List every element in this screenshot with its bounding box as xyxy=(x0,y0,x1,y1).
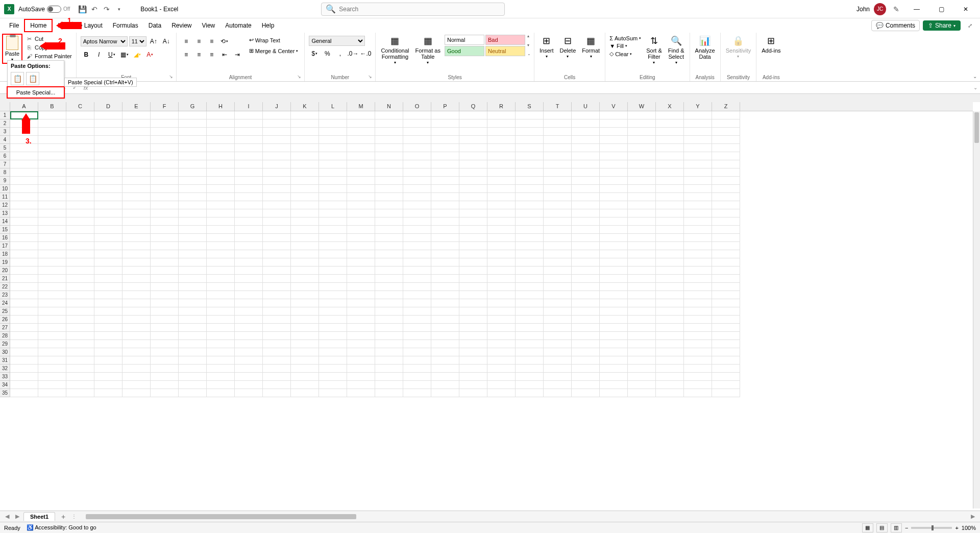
cell[interactable] xyxy=(291,340,319,348)
cell[interactable] xyxy=(600,185,628,193)
cell[interactable] xyxy=(403,144,431,152)
save-icon[interactable]: 💾 xyxy=(76,3,88,15)
cell[interactable] xyxy=(94,258,122,266)
tab-view[interactable]: View xyxy=(197,20,220,31)
cell[interactable] xyxy=(291,160,319,168)
cell[interactable] xyxy=(431,283,459,291)
cell[interactable] xyxy=(487,307,516,316)
cell[interactable] xyxy=(10,234,38,242)
cell[interactable] xyxy=(459,177,487,185)
cell[interactable] xyxy=(600,168,628,177)
cell[interactable] xyxy=(403,332,431,340)
cell-styles-gallery[interactable]: Normal Bad Good Neutral xyxy=(444,34,526,57)
format-as-table-button[interactable]: ▦Format as Table▾ xyxy=(412,34,444,66)
cell[interactable] xyxy=(319,332,347,340)
cell[interactable] xyxy=(263,250,291,258)
cell[interactable] xyxy=(656,381,684,389)
cell[interactable] xyxy=(122,234,151,242)
cell[interactable] xyxy=(179,365,207,373)
cell[interactable] xyxy=(375,128,403,136)
cell[interactable] xyxy=(628,217,656,226)
cell[interactable] xyxy=(319,258,347,266)
cell[interactable] xyxy=(38,217,66,226)
row-header-17[interactable]: 17 xyxy=(0,242,10,250)
cell[interactable] xyxy=(431,128,459,136)
cell[interactable] xyxy=(235,185,263,193)
cell[interactable] xyxy=(712,144,740,152)
cell[interactable] xyxy=(319,348,347,356)
cell[interactable] xyxy=(122,266,151,275)
row-header-19[interactable]: 19 xyxy=(0,258,10,266)
cell[interactable] xyxy=(375,119,403,128)
redo-icon[interactable]: ↷ xyxy=(101,3,113,15)
cell[interactable] xyxy=(94,365,122,373)
cell[interactable] xyxy=(207,266,235,275)
cell[interactable] xyxy=(38,209,66,217)
cell[interactable] xyxy=(347,193,375,201)
row-header-23[interactable]: 23 xyxy=(0,291,10,299)
cell[interactable] xyxy=(66,291,94,299)
cell[interactable] xyxy=(684,258,712,266)
cell[interactable] xyxy=(572,111,600,119)
cell[interactable] xyxy=(291,128,319,136)
cell[interactable] xyxy=(656,144,684,152)
cell[interactable] xyxy=(319,373,347,381)
align-left-icon[interactable]: ≡ xyxy=(181,49,192,60)
column-header-M[interactable]: M xyxy=(347,102,375,111)
cell[interactable] xyxy=(403,160,431,168)
cell[interactable] xyxy=(684,250,712,258)
cell[interactable] xyxy=(572,242,600,250)
cell[interactable] xyxy=(179,332,207,340)
cell[interactable] xyxy=(544,177,572,185)
cell[interactable] xyxy=(656,168,684,177)
cell[interactable] xyxy=(712,177,740,185)
cell[interactable] xyxy=(179,324,207,332)
cell[interactable] xyxy=(403,348,431,356)
cell[interactable] xyxy=(600,381,628,389)
cell[interactable] xyxy=(712,250,740,258)
cell[interactable] xyxy=(122,144,151,152)
cell[interactable] xyxy=(516,234,544,242)
cell[interactable] xyxy=(544,111,572,119)
cell[interactable] xyxy=(151,356,179,365)
maximize-button[interactable]: ▢ xyxy=(931,2,951,16)
increase-decimal-icon[interactable]: .0→ xyxy=(347,48,358,59)
cell[interactable] xyxy=(459,365,487,373)
cell[interactable] xyxy=(516,365,544,373)
cell[interactable] xyxy=(66,168,94,177)
font-color-button[interactable]: A▾ xyxy=(144,49,156,60)
align-right-icon[interactable]: ≡ xyxy=(206,49,217,60)
row-header-6[interactable]: 6 xyxy=(0,152,10,160)
cell[interactable] xyxy=(544,324,572,332)
cell[interactable] xyxy=(712,299,740,307)
align-bottom-icon[interactable]: ≡ xyxy=(206,36,217,47)
cell[interactable] xyxy=(403,119,431,128)
cell[interactable] xyxy=(544,340,572,348)
cell[interactable] xyxy=(94,217,122,226)
select-all-corner[interactable] xyxy=(0,102,10,111)
cell[interactable] xyxy=(291,356,319,365)
cell[interactable] xyxy=(375,234,403,242)
delete-cells-button[interactable]: ⊟Delete▾ xyxy=(556,34,579,60)
cell[interactable] xyxy=(516,340,544,348)
cell[interactable] xyxy=(572,185,600,193)
cell[interactable] xyxy=(544,152,572,160)
cell[interactable] xyxy=(375,332,403,340)
cell[interactable] xyxy=(207,365,235,373)
cell[interactable] xyxy=(487,168,516,177)
cell[interactable] xyxy=(656,291,684,299)
cell[interactable] xyxy=(712,152,740,160)
cell[interactable] xyxy=(235,299,263,307)
comments-button[interactable]: 💬 Comments xyxy=(871,20,920,31)
paste-special-button[interactable]: Paste Special... xyxy=(7,86,65,99)
cell[interactable] xyxy=(66,340,94,348)
cell[interactable] xyxy=(656,266,684,275)
cell[interactable] xyxy=(375,299,403,307)
scroll-thumb[interactable] xyxy=(974,112,979,143)
cell[interactable] xyxy=(487,234,516,242)
cell[interactable] xyxy=(572,217,600,226)
column-header-I[interactable]: I xyxy=(235,102,263,111)
cell[interactable] xyxy=(347,168,375,177)
column-header-W[interactable]: W xyxy=(628,102,656,111)
cell[interactable] xyxy=(207,209,235,217)
